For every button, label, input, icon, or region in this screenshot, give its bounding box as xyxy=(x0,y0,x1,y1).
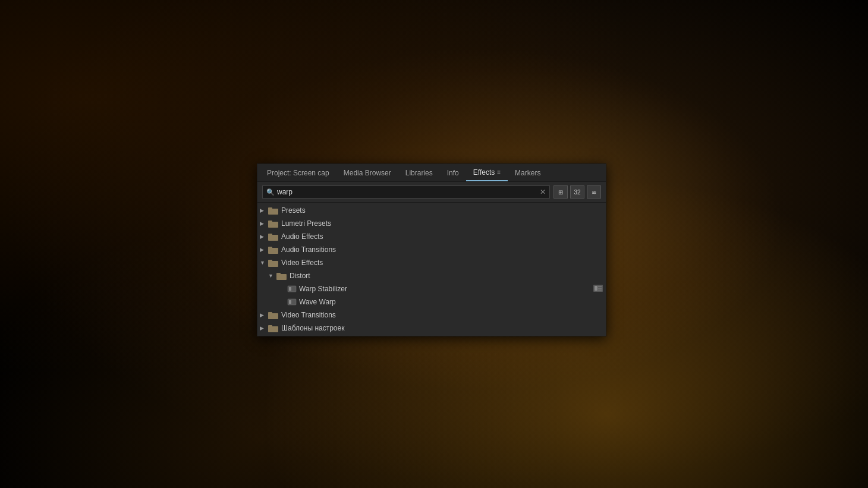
item-label: Audio Transitions xyxy=(281,245,603,254)
item-label: Audio Effects xyxy=(281,232,603,241)
tree-row[interactable]: ▶ Audio Transitions xyxy=(257,243,606,256)
folder-icon xyxy=(268,259,279,267)
tree-row[interactable]: ▶ Presets xyxy=(257,204,606,217)
chevron-icon: ▼ xyxy=(268,273,276,279)
search-icon: 🔍 xyxy=(266,188,275,196)
tab-info[interactable]: Info xyxy=(440,164,466,181)
item-label: Presets xyxy=(281,206,603,215)
panel-container: Project: Screen cap Media Browser Librar… xyxy=(257,163,606,336)
item-label: Video Effects xyxy=(281,259,603,267)
svg-rect-15 xyxy=(595,286,597,291)
folder-icon xyxy=(268,324,279,332)
effect-badge xyxy=(593,284,603,294)
item-label: Warp Stabilizer xyxy=(299,285,593,293)
search-wrapper[interactable]: 🔍 ✕ xyxy=(262,185,550,199)
tab-project[interactable]: Project: Screen cap xyxy=(260,164,336,181)
tab-media-browser[interactable]: Media Browser xyxy=(336,164,398,181)
item-label: Distort xyxy=(290,272,603,280)
effect-icon xyxy=(287,285,297,293)
grid-view-button[interactable]: ⊞ xyxy=(553,185,568,199)
list-view-button[interactable]: 32 xyxy=(570,185,584,199)
item-label: Wave Warp xyxy=(299,298,603,306)
search-bar: 🔍 ✕ ⊞ 32 ≋ xyxy=(257,182,606,203)
clear-button[interactable]: ✕ xyxy=(540,188,546,196)
chevron-icon: ▶ xyxy=(260,234,268,240)
tree-row[interactable]: Wave Warp xyxy=(257,295,606,308)
chevron-icon: ▶ xyxy=(260,207,268,213)
folder-icon xyxy=(268,206,279,215)
chevron-icon: ▶ xyxy=(260,312,268,318)
svg-rect-24 xyxy=(268,325,272,328)
svg-rect-20 xyxy=(289,300,291,304)
tab-menu-icon: ≡ xyxy=(497,169,501,175)
svg-rect-9 xyxy=(268,260,272,262)
svg-rect-13 xyxy=(289,287,291,291)
svg-rect-11 xyxy=(276,273,281,275)
svg-rect-3 xyxy=(268,221,272,223)
svg-rect-5 xyxy=(268,234,272,236)
item-label: Video Transitions xyxy=(281,311,603,319)
tab-bar: Project: Screen cap Media Browser Librar… xyxy=(257,164,606,182)
tree-row[interactable]: ▶ Video Transitions xyxy=(257,308,606,322)
effects-tree: ▶ Presets ▶ Lumetri Pr xyxy=(257,203,606,336)
item-label: Шаблоны настроек xyxy=(281,324,603,332)
tab-effects[interactable]: Effects ≡ xyxy=(466,164,508,181)
tree-row[interactable]: ▼ Distort xyxy=(257,269,606,282)
folder-icon xyxy=(268,245,279,254)
chevron-icon: ▼ xyxy=(260,260,268,266)
tree-row[interactable]: ▶ Lumetri Presets xyxy=(257,217,606,230)
search-input[interactable] xyxy=(277,188,537,196)
tree-row[interactable]: Warp Stabilizer xyxy=(257,282,606,295)
tab-libraries[interactable]: Libraries xyxy=(398,164,440,181)
chevron-icon: ▶ xyxy=(260,325,268,331)
chevron-icon: ▶ xyxy=(260,221,268,226)
filter-button[interactable]: ≋ xyxy=(587,185,601,199)
effects-panel: Project: Screen cap Media Browser Librar… xyxy=(257,163,606,336)
folder-icon xyxy=(276,272,287,280)
tree-row[interactable]: ▶ Audio Effects xyxy=(257,230,606,243)
toolbar-icons: ⊞ 32 ≋ xyxy=(553,185,601,199)
tree-row[interactable]: ▼ Video Effects xyxy=(257,256,606,269)
folder-icon xyxy=(268,219,279,228)
tree-row[interactable]: ▶ Шаблоны настроек xyxy=(257,322,606,335)
folder-icon xyxy=(268,232,279,241)
folder-icon xyxy=(268,311,279,319)
chevron-icon: ▶ xyxy=(260,247,268,253)
svg-rect-7 xyxy=(268,247,272,249)
svg-rect-1 xyxy=(268,207,272,210)
item-label: Lumetri Presets xyxy=(281,219,603,228)
effect-icon xyxy=(287,298,297,306)
svg-rect-22 xyxy=(268,312,272,314)
tab-markers[interactable]: Markers xyxy=(508,164,548,181)
